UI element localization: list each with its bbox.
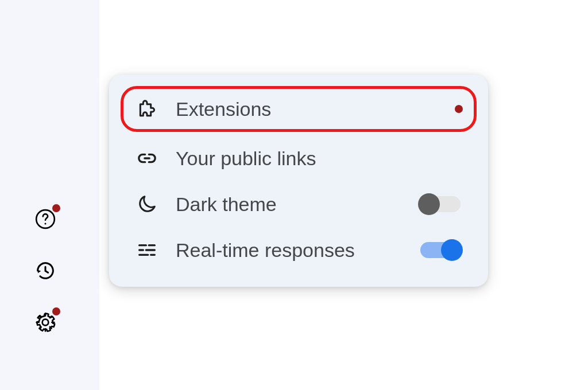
menu-item-label: Extensions: [176, 98, 428, 120]
menu-item-label: Your public links: [176, 147, 463, 170]
sidebar: [0, 0, 99, 390]
notification-dot-icon: [455, 105, 463, 113]
moon-icon: [134, 192, 160, 217]
menu-item-label: Real-time responses: [176, 239, 402, 262]
settings-button[interactable]: [32, 310, 59, 337]
svg-point-2: [42, 319, 49, 326]
sidebar-icon-column: [32, 206, 59, 337]
notification-dot-icon: [52, 204, 60, 212]
menu-item-dark-theme[interactable]: Dark theme: [121, 181, 477, 227]
toggle-knob: [418, 193, 440, 215]
settings-menu-popup: Extensions Your public links Dark theme: [109, 75, 488, 287]
dark-theme-toggle[interactable]: [418, 193, 463, 216]
history-button[interactable]: [32, 258, 59, 286]
extension-icon: [134, 96, 160, 122]
menu-item-public-links[interactable]: Your public links: [121, 135, 477, 181]
menu-item-label: Dark theme: [176, 193, 402, 216]
notification-dot-icon: [52, 307, 60, 315]
menu-item-realtime-responses[interactable]: Real-time responses: [121, 227, 477, 273]
toggle-knob: [441, 239, 463, 261]
help-button[interactable]: [32, 206, 59, 234]
svg-point-1: [45, 223, 47, 225]
menu-item-extensions[interactable]: Extensions: [121, 86, 477, 132]
link-icon: [134, 146, 160, 171]
realtime-icon: [134, 237, 160, 263]
history-icon: [34, 259, 57, 284]
realtime-toggle[interactable]: [418, 239, 463, 262]
